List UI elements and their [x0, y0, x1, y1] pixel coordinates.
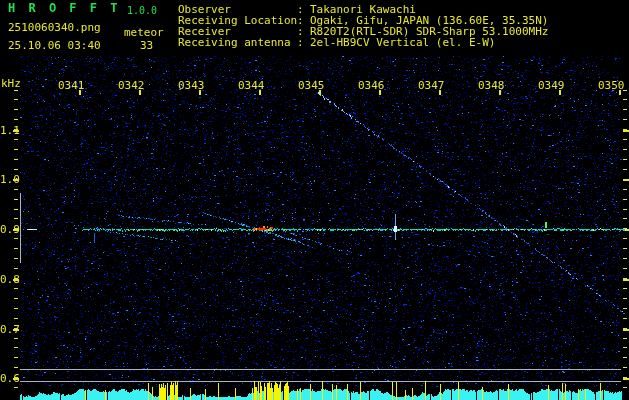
info-separator: : [297, 37, 310, 48]
capture-filename: 2510060340.png [8, 22, 101, 33]
spectrogram-canvas [0, 0, 629, 400]
observation-mode: meteor [124, 27, 164, 38]
info-row-antenna: Receiving antenna:2el-HB9CV Vertical (el… [178, 37, 495, 48]
info-value-antenna: 2el-HB9CV Vertical (el. E-W) [310, 37, 495, 48]
app-title: H R O F F T [8, 3, 120, 14]
info-label-antenna: Receiving antenna [178, 37, 297, 48]
meteor-count: 33 [140, 40, 153, 51]
hrofft-window: H R O F F T 1.0.0 2510060340.png meteor … [0, 0, 629, 400]
capture-datetime: 25.10.06 03:40 [8, 40, 101, 51]
header: H R O F F T 1.0.0 2510060340.png meteor … [0, 0, 629, 56]
app-version: 1.0.0 [127, 5, 157, 16]
